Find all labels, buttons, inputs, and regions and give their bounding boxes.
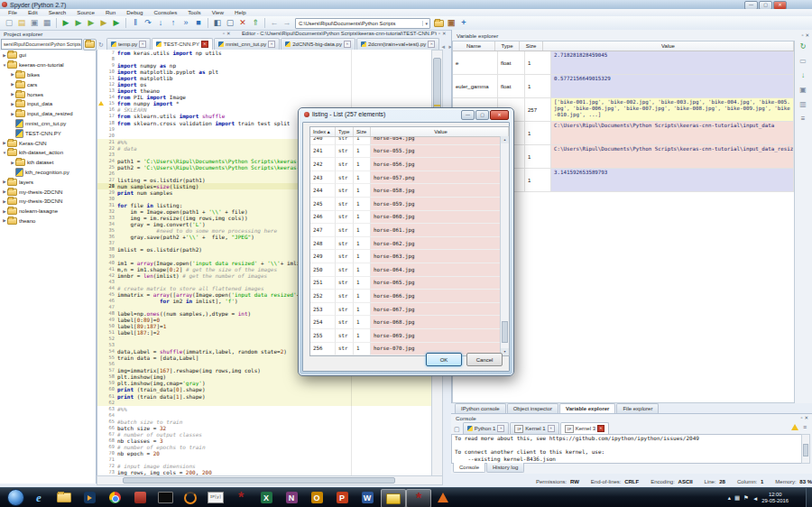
tree-item-theano[interactable]: ▶theano bbox=[0, 217, 96, 226]
code-line-15[interactable]: 15from numpy import * bbox=[97, 100, 432, 106]
menu-file[interactable]: File bbox=[3, 9, 23, 16]
tree-item-bikes[interactable]: ▶bikes bbox=[0, 70, 96, 80]
code-line-11[interactable]: 11import matplotlib bbox=[97, 75, 432, 81]
close-tab-icon[interactable]: ✕ bbox=[548, 425, 555, 432]
set-console-dir-icon[interactable]: + bbox=[458, 18, 470, 29]
console-bottom-tab-console[interactable]: Console bbox=[453, 463, 485, 473]
code-line-64[interactable]: 64 bbox=[97, 412, 432, 419]
code-line-12[interactable]: 12import os bbox=[97, 81, 432, 88]
code-line-71[interactable]: 71 bbox=[97, 456, 432, 463]
hidden-icons-chevron[interactable]: ▴ bbox=[728, 494, 731, 502]
list-row-254[interactable]: 254str1horse-068.jpg bbox=[310, 316, 509, 329]
tree-item-horses[interactable]: ▶horses bbox=[0, 89, 96, 99]
code-line-13[interactable]: 13import theano bbox=[97, 88, 432, 94]
project-path-combo[interactable]: sers\Ripul\Documents\Python Scripts ▾ bbox=[1, 39, 82, 50]
code-line-59[interactable]: 59plt.imshow(img,cmap='gray') bbox=[97, 380, 432, 386]
tree-item-kth-dataset[interactable]: ▶kth dataset bbox=[0, 158, 96, 168]
code-line-69[interactable]: 69# number of epochs to train bbox=[97, 444, 432, 450]
pythonpath-icon[interactable]: ⇑ bbox=[250, 18, 262, 29]
outlook-icon[interactable]: O bbox=[305, 489, 328, 506]
close-pane-icon[interactable]: ✕ bbox=[226, 31, 231, 36]
dialog-title-bar[interactable]: listing - List (257 elements) bbox=[304, 111, 385, 117]
editor-horizontal-scrollbar[interactable] bbox=[97, 475, 443, 485]
recent-files-icon[interactable]: ↻ bbox=[98, 41, 104, 49]
close-tab-icon[interactable]: ✕ bbox=[139, 41, 146, 48]
media-player-icon[interactable] bbox=[78, 489, 101, 506]
pin-icon[interactable]: ▫ bbox=[438, 31, 440, 36]
red-app-icon[interactable] bbox=[128, 489, 152, 506]
close-tab-icon[interactable]: ✕ bbox=[428, 41, 435, 48]
code-line-66[interactable]: 66batch_size = 32 bbox=[97, 425, 432, 431]
list-row-249[interactable]: 249str1horse-063.jpg bbox=[310, 250, 509, 263]
preferences-icon[interactable]: ✕ bbox=[237, 18, 249, 29]
step-into-icon[interactable]: ↓ bbox=[155, 18, 167, 29]
dialog-scrollbar[interactable]: ▴ ▾ bbox=[500, 136, 509, 355]
dialog-window-icon[interactable] bbox=[381, 489, 406, 507]
tree-item-input-data[interactable]: ▶input_data bbox=[0, 99, 96, 109]
menu-tools[interactable]: Tools bbox=[182, 9, 206, 16]
run-icon[interactable]: ▶ bbox=[60, 18, 72, 29]
tree-item-kth-dataset-action[interactable]: ▼kth-dataset_action bbox=[0, 148, 96, 158]
code-line-61[interactable]: 61print (train_data[1].shape) bbox=[97, 393, 432, 400]
tree-item-nolearn-lasagne[interactable]: ▶nolearn-lasagne bbox=[0, 207, 96, 217]
terminal-icon[interactable] bbox=[153, 489, 177, 506]
project-explorer-dock-icons[interactable]: ▫✕ bbox=[223, 31, 231, 36]
fullscreen-icon[interactable]: ▢ bbox=[225, 18, 236, 29]
console-scrollbar[interactable] bbox=[801, 434, 810, 464]
console-output[interactable]: To read more about this, see https://git… bbox=[451, 434, 807, 464]
menu-debug[interactable]: Debug bbox=[121, 9, 148, 16]
step-over-icon[interactable]: ↷ bbox=[143, 18, 154, 29]
list-row-245[interactable]: 245str1horse-059.jpg bbox=[310, 198, 509, 211]
editor-tab-2dcnn-train-val-test-py[interactable]: 2dcnn(train+val+test).py✕ bbox=[356, 38, 439, 50]
internet-explorer-icon[interactable]: e bbox=[27, 489, 51, 506]
list-row-242[interactable]: 242str1horse-056.jpg bbox=[310, 158, 509, 171]
list-editor-dialog[interactable]: listing - List (257 elements) — ▢ ✕ Inde… bbox=[298, 107, 514, 376]
dialog-close-button[interactable]: ✕ bbox=[490, 110, 509, 120]
menu-edit[interactable]: Edit bbox=[23, 9, 43, 16]
panel-tab-variable-explorer[interactable]: Variable explorer bbox=[559, 403, 615, 413]
options-icon[interactable]: ≡ bbox=[801, 115, 806, 123]
open-file-icon[interactable]: ▤ bbox=[16, 18, 28, 29]
menu-source[interactable]: Source bbox=[71, 9, 100, 16]
save-icon[interactable]: ▣ bbox=[29, 18, 41, 29]
onenote-icon[interactable]: N bbox=[280, 489, 303, 506]
tree-item-layers[interactable]: ▶layers bbox=[0, 177, 96, 187]
run-selection-icon[interactable]: ▶ bbox=[111, 18, 123, 29]
show-desktop-button[interactable] bbox=[806, 488, 812, 507]
spyder-icon[interactable]: * bbox=[229, 489, 253, 506]
code-line-7[interactable]: 7from keras.utils import np_utils bbox=[97, 50, 432, 56]
code-line-70[interactable]: 70nb_epoch = 20 bbox=[97, 450, 432, 456]
pin-icon[interactable]: ▫ bbox=[800, 415, 802, 420]
pane-options-icon[interactable]: ▭ bbox=[799, 57, 807, 65]
panel-tab-ipython-console[interactable]: IPython console bbox=[455, 403, 506, 413]
panes-icon[interactable]: ◧ bbox=[212, 18, 224, 29]
editor-tab-temp-py[interactable]: temp.py✕ bbox=[106, 38, 151, 50]
code-line-73[interactable]: 73img_rows, img_cols = 200, 200 bbox=[97, 469, 432, 475]
package-icon[interactable]: ▣ bbox=[446, 18, 457, 29]
dialog-minimize-button[interactable]: — bbox=[461, 110, 475, 120]
scroll-tabs-left-icon[interactable]: ◄ bbox=[440, 44, 446, 50]
spyder-active-icon[interactable]: * bbox=[406, 489, 431, 507]
panel-tab-object-inspector[interactable]: Object inspector bbox=[507, 403, 558, 413]
cancel-button[interactable]: Cancel bbox=[466, 353, 503, 366]
forward-icon[interactable]: → bbox=[281, 18, 293, 29]
stop-icon[interactable]: ■ bbox=[193, 18, 205, 29]
list-table-header[interactable]: Index ▴TypeSizeValue bbox=[310, 127, 509, 137]
close-tab-icon[interactable]: ✕ bbox=[597, 425, 604, 432]
close-pane-icon[interactable]: ✕ bbox=[804, 415, 808, 420]
new-file-icon[interactable]: ▢ bbox=[4, 18, 15, 29]
start-button[interactable] bbox=[4, 489, 27, 506]
menu-run[interactable]: Run bbox=[100, 9, 121, 16]
variable-row-euler_gamma[interactable]: euler_gammafloat10.5772156649015329 bbox=[453, 75, 794, 98]
console-tab-kernel-1[interactable]: IPKernel 1✕ bbox=[510, 422, 558, 434]
scrollbar-thumb[interactable] bbox=[803, 444, 808, 456]
editor-tab-mnist-cnn-tut-py[interactable]: mnist_cnn_tut.py✕ bbox=[214, 38, 280, 50]
network-icon[interactable]: ▦ bbox=[734, 494, 740, 502]
ipython-icon[interactable]: IP[y] bbox=[204, 489, 227, 506]
step-return-icon[interactable]: ↑ bbox=[168, 18, 180, 29]
list-row-251[interactable]: 251str1horse-065.jpg bbox=[310, 277, 509, 290]
variable-table-header[interactable]: NameTypeSizeValue bbox=[453, 41, 794, 51]
scrollbar-thumb[interactable] bbox=[123, 477, 395, 484]
import-data-icon[interactable]: ↓ bbox=[801, 71, 805, 79]
close-tab-icon[interactable]: ✕ bbox=[344, 41, 351, 48]
